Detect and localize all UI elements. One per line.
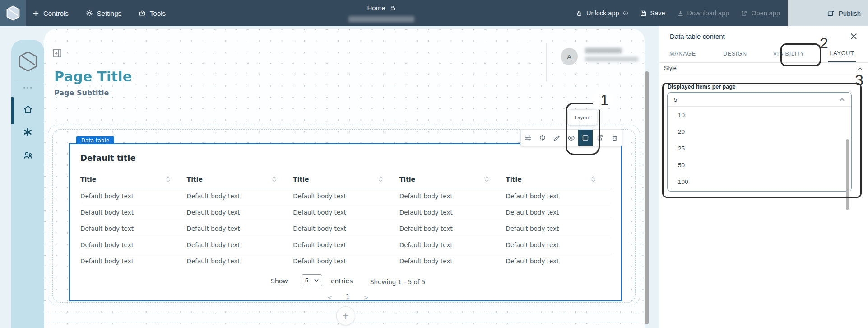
- per-page-option[interactable]: 10: [668, 107, 851, 123]
- publish-label: Publish: [839, 9, 861, 17]
- sort-icon[interactable]: [484, 175, 489, 183]
- table-cell: Default body text: [187, 241, 293, 248]
- hexagon-logo-icon: [6, 5, 20, 21]
- entries-per-page-select[interactable]: 5: [302, 274, 322, 286]
- table-cell: Default body text: [293, 209, 399, 216]
- add-component-button[interactable]: +: [336, 306, 355, 325]
- visibility-button[interactable]: [564, 130, 579, 146]
- menu-tools[interactable]: Tools: [139, 9, 166, 17]
- hexagon-logo-icon: [18, 51, 38, 72]
- external-link-icon: [741, 10, 747, 17]
- info-icon[interactable]: [623, 10, 628, 16]
- table-column-header[interactable]: Title: [506, 170, 612, 188]
- redacted-app-name: [348, 16, 414, 22]
- sort-icon[interactable]: [166, 175, 171, 183]
- publish-button[interactable]: Publish: [788, 0, 868, 26]
- table-cell: Default body text: [399, 192, 506, 200]
- lock-icon: [576, 10, 583, 17]
- table-cell: Default body text: [293, 192, 399, 200]
- per-page-option[interactable]: 50: [668, 157, 851, 173]
- canvas-scrollbar[interactable]: [645, 71, 649, 324]
- column-header-label: Title: [506, 176, 521, 183]
- tab-manage[interactable]: MANAGE: [668, 45, 698, 62]
- sort-icon[interactable]: [591, 175, 596, 183]
- open-app-label: Open app: [751, 9, 780, 17]
- annotation-number-2: 2: [820, 34, 828, 52]
- table-header-row: TitleTitleTitleTitleTitle: [80, 170, 612, 188]
- table-body: Default body textDefault body textDefaul…: [80, 188, 612, 269]
- pagination-page-1[interactable]: 1: [346, 293, 350, 301]
- swap-component-button[interactable]: [535, 130, 550, 146]
- per-page-current-value: 5: [674, 96, 677, 103]
- table-cell: Default body text: [506, 192, 612, 200]
- chevron-up-icon: [839, 97, 845, 103]
- annotation-number-3: 3: [855, 71, 863, 89]
- table-cell: Default body text: [80, 258, 187, 265]
- component-badge[interactable]: Data table: [76, 136, 114, 144]
- per-page-option[interactable]: 25: [668, 140, 851, 157]
- menu-label: Settings: [97, 9, 121, 17]
- pagination-next[interactable]: >: [364, 294, 369, 301]
- download-app-button[interactable]: Download app: [677, 9, 729, 17]
- table-cell: Default body text: [399, 225, 506, 232]
- menu-controls[interactable]: Controls: [32, 9, 69, 17]
- open-app-button[interactable]: Open app: [741, 9, 780, 17]
- table-cell: Default body text: [506, 225, 612, 232]
- unlock-app-button[interactable]: Unlock app: [576, 9, 628, 17]
- per-page-input[interactable]: 5: [668, 93, 851, 107]
- sidebar-divider: [16, 80, 40, 80]
- layout-button[interactable]: [578, 130, 593, 146]
- download-app-label: Download app: [687, 9, 729, 17]
- sidebar-item-home[interactable]: [11, 104, 44, 115]
- menu-label: Controls: [43, 9, 69, 17]
- plus-icon: [32, 10, 39, 17]
- layout-icon: [582, 134, 589, 141]
- sort-icon[interactable]: [272, 175, 277, 183]
- sidebar-more-menu[interactable]: [11, 87, 44, 89]
- panel-tabs: MANAGE DESIGN VISIBILITY LAYOUT: [659, 45, 868, 63]
- panel-title: Data table content: [670, 33, 725, 40]
- table-cell: Default body text: [80, 192, 187, 200]
- per-page-dropdown: 5 10202550100: [667, 92, 852, 192]
- table-column-header[interactable]: Title: [293, 170, 399, 188]
- table-cell: Default body text: [506, 258, 612, 265]
- edit-button[interactable]: [550, 130, 564, 146]
- interaction-button[interactable]: [593, 130, 607, 146]
- per-page-option[interactable]: 100: [668, 173, 851, 190]
- avatar-letter: A: [567, 53, 571, 61]
- table-column-header[interactable]: Title: [80, 170, 187, 188]
- menu-settings[interactable]: Settings: [86, 9, 121, 17]
- page-selector[interactable]: Home: [348, 0, 415, 26]
- table-column-header[interactable]: Title: [399, 170, 506, 188]
- sidebar-item-users[interactable]: [11, 150, 44, 160]
- sidebar-logo[interactable]: [11, 51, 44, 72]
- header-divider: [546, 43, 547, 81]
- per-page-option[interactable]: 20: [668, 123, 851, 140]
- dropdown-scrollbar[interactable]: [846, 139, 849, 210]
- plus-icon: +: [343, 309, 349, 322]
- sort-icon[interactable]: [378, 175, 383, 183]
- tab-design[interactable]: DESIGN: [721, 45, 749, 62]
- page-subtitle: Page Subtitle: [54, 89, 109, 97]
- style-section-header[interactable]: Style: [659, 62, 868, 75]
- pagination-prev[interactable]: <: [327, 294, 332, 301]
- save-button[interactable]: Save: [640, 9, 665, 17]
- component-settings-button[interactable]: [521, 130, 535, 146]
- entries-label: entries: [331, 277, 353, 285]
- per-page-field-label: Displayed items per page: [668, 84, 736, 90]
- tab-layout[interactable]: LAYOUT: [828, 45, 856, 62]
- page-panel-icon[interactable]: [53, 49, 62, 58]
- table-column-header[interactable]: Title: [187, 170, 293, 188]
- app-logo-tile[interactable]: [0, 0, 26, 26]
- table-row: Default body textDefault body textDefaul…: [80, 204, 612, 220]
- tab-visibility[interactable]: VISIBILITY: [771, 45, 807, 62]
- sidebar-item-components[interactable]: [11, 127, 44, 137]
- publish-icon: [827, 9, 835, 17]
- column-header-label: Title: [293, 176, 309, 183]
- topbar: Controls Settings Tools Home: [0, 0, 868, 26]
- avatar[interactable]: A: [561, 48, 578, 65]
- delete-button[interactable]: [607, 130, 622, 146]
- close-panel-button[interactable]: [848, 31, 859, 42]
- save-label: Save: [650, 9, 665, 17]
- data-table-component[interactable]: Data table Default title TitleTitleTitle…: [69, 143, 622, 301]
